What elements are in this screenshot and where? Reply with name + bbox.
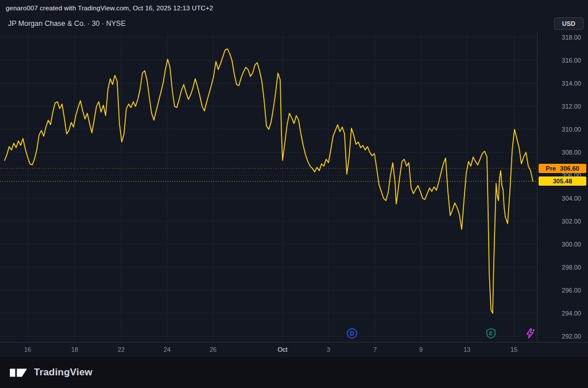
flash-marker-icon[interactable] xyxy=(524,328,536,339)
time-axis-label: 18 xyxy=(71,346,78,353)
time-axis-label: 22 xyxy=(118,346,125,353)
price-axis-label: 296.00 xyxy=(562,286,581,294)
dividend-marker-icon[interactable]: D xyxy=(346,328,358,339)
chart-header: JP Morgan Chase & Co. · 30 · NYSE USD xyxy=(0,16,588,32)
price-axis-label: 292.00 xyxy=(562,332,581,340)
price-axis[interactable]: Pre 306.60 305.48 292.00294.00296.00298.… xyxy=(537,32,588,342)
tradingview-brand-text[interactable]: TradingView xyxy=(34,367,92,378)
footer-bar: TradingView xyxy=(0,357,588,388)
premarket-prefix: Pre xyxy=(546,165,556,172)
premarket-price-value: 306.60 xyxy=(560,165,579,172)
attribution-bar: genaro007 created with TradingView.com, … xyxy=(0,0,588,16)
symbol-title[interactable]: JP Morgan Chase & Co. · 30 · NYSE xyxy=(8,20,126,28)
last-price-badge: 305.48 xyxy=(539,176,586,186)
premarket-price-badge: Pre 306.60 xyxy=(539,164,586,173)
time-axis-label: 7 xyxy=(373,346,377,353)
price-axis-label: 314.00 xyxy=(562,79,581,87)
price-axis-label: 294.00 xyxy=(562,309,581,317)
earnings-marker-icon[interactable]: E xyxy=(485,328,497,339)
time-axis-label: 13 xyxy=(463,346,470,353)
tradingview-logo-icon[interactable] xyxy=(9,365,29,380)
currency-button[interactable]: USD xyxy=(554,17,583,30)
time-axis-label: 24 xyxy=(164,346,171,353)
time-axis-label: 16 xyxy=(24,346,31,353)
price-axis-label: 308.00 xyxy=(562,148,581,156)
attribution-text: genaro007 created with TradingView.com, … xyxy=(6,5,213,11)
price-axis-label: 318.00 xyxy=(562,33,581,41)
price-axis-label: 300.00 xyxy=(562,240,581,248)
price-axis-label: 316.00 xyxy=(562,56,581,64)
price-line-chart[interactable] xyxy=(0,32,537,342)
price-axis-label: 310.00 xyxy=(562,125,581,133)
time-axis-label: 9 xyxy=(419,346,423,353)
price-axis-label: 302.00 xyxy=(562,217,581,225)
time-axis[interactable]: 1618222426Oct3791315 xyxy=(0,342,588,357)
time-axis-label: 26 xyxy=(210,346,216,353)
price-chart-plot[interactable]: DE xyxy=(0,32,537,342)
time-axis-label: 3 xyxy=(327,346,330,353)
price-axis-label: 298.00 xyxy=(562,263,581,271)
last-price-value: 305.48 xyxy=(553,178,572,185)
svg-text:D: D xyxy=(350,331,354,337)
time-axis-label: Oct xyxy=(277,346,287,353)
time-axis-label: 15 xyxy=(510,346,517,353)
tradingview-chart-screenshot: genaro007 created with TradingView.com, … xyxy=(0,0,588,388)
price-axis-label: 312.00 xyxy=(562,102,581,110)
svg-text:E: E xyxy=(489,330,493,336)
price-axis-label: 304.00 xyxy=(562,194,581,202)
